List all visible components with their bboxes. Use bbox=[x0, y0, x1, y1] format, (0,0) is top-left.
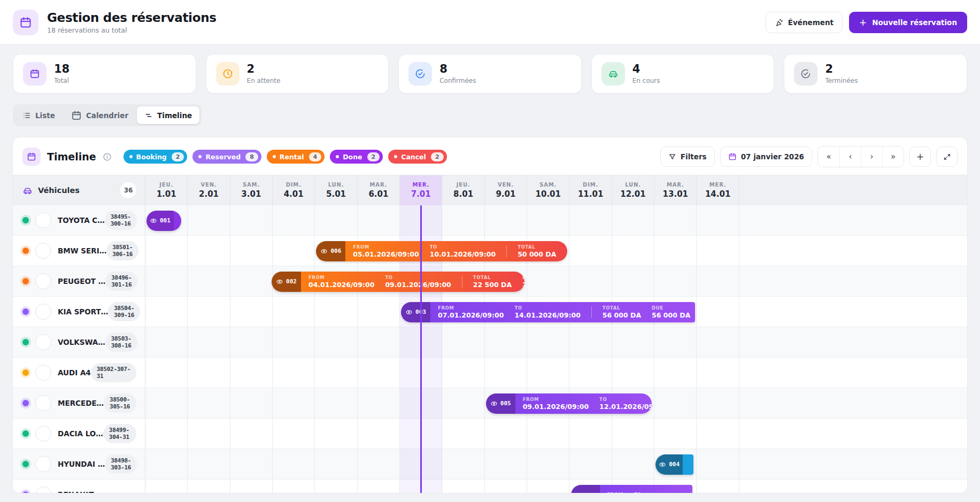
grid-cell[interactable] bbox=[145, 297, 188, 327]
grid-cell[interactable] bbox=[612, 205, 654, 235]
grid-cell[interactable] bbox=[230, 480, 273, 493]
grid-cell[interactable] bbox=[485, 327, 527, 357]
grid-cell[interactable] bbox=[612, 449, 654, 479]
grid-cell[interactable] bbox=[145, 358, 188, 388]
grid-cell[interactable] bbox=[654, 388, 697, 418]
grid-cell[interactable] bbox=[230, 297, 273, 327]
grid-cell[interactable] bbox=[697, 358, 739, 388]
grid-cell[interactable] bbox=[230, 266, 273, 296]
grid-cell[interactable] bbox=[697, 388, 739, 418]
grid-cell[interactable] bbox=[358, 205, 400, 235]
grid-cell[interactable] bbox=[188, 388, 230, 418]
grid-cell[interactable] bbox=[697, 327, 739, 357]
grid-cell[interactable] bbox=[188, 297, 230, 327]
vehicle-avatar-circle[interactable] bbox=[35, 334, 51, 350]
grid-cell[interactable] bbox=[442, 388, 484, 418]
vehicle-avatar-circle[interactable] bbox=[35, 304, 51, 320]
grid-cell[interactable] bbox=[569, 327, 612, 357]
grid-cell[interactable] bbox=[400, 205, 442, 235]
grid-cell[interactable] bbox=[527, 205, 569, 235]
vehicle-avatar-circle[interactable] bbox=[35, 486, 51, 493]
grid-cell[interactable] bbox=[230, 419, 273, 449]
grid-cell[interactable] bbox=[442, 419, 484, 449]
grid-cell[interactable] bbox=[188, 480, 230, 493]
grid-cell[interactable] bbox=[400, 419, 442, 449]
grid-cell[interactable] bbox=[358, 297, 400, 327]
grid-cell[interactable] bbox=[230, 236, 273, 266]
grid-cell[interactable] bbox=[315, 297, 357, 327]
grid-cell[interactable] bbox=[358, 480, 400, 493]
grid-cell[interactable] bbox=[145, 449, 188, 479]
legend-done[interactable]: Done 2 bbox=[330, 150, 383, 164]
vehicle-avatar-circle[interactable] bbox=[35, 212, 51, 228]
grid-cell[interactable] bbox=[188, 419, 230, 449]
grid-cell[interactable] bbox=[654, 266, 697, 296]
grid-cell[interactable] bbox=[569, 236, 612, 266]
grid-cell[interactable] bbox=[315, 358, 357, 388]
grid-cell[interactable] bbox=[612, 358, 654, 388]
grid-cell[interactable] bbox=[188, 266, 230, 296]
grid-cell[interactable] bbox=[612, 327, 654, 357]
grid-cell[interactable] bbox=[527, 480, 569, 493]
nav-last-button[interactable]: » bbox=[882, 146, 904, 167]
info-icon[interactable] bbox=[103, 152, 112, 161]
reservation-bar-001[interactable]: 001 bbox=[146, 211, 181, 231]
vehicle-avatar-circle[interactable] bbox=[35, 395, 51, 411]
grid-cell[interactable] bbox=[273, 388, 315, 418]
grid-cell[interactable] bbox=[230, 327, 273, 357]
grid-cell[interactable] bbox=[358, 327, 400, 357]
grid-cell[interactable] bbox=[315, 327, 357, 357]
grid-cell[interactable] bbox=[145, 480, 188, 493]
grid-cell[interactable] bbox=[569, 358, 612, 388]
legend-booking[interactable]: Booking 2 bbox=[124, 150, 188, 164]
grid-cell[interactable] bbox=[612, 236, 654, 266]
grid-cell[interactable] bbox=[145, 388, 188, 418]
grid-cell[interactable] bbox=[527, 449, 569, 479]
grid-cell[interactable] bbox=[654, 419, 697, 449]
grid-cell[interactable] bbox=[569, 266, 612, 296]
grid-cell[interactable] bbox=[442, 327, 484, 357]
grid-cell[interactable] bbox=[230, 449, 273, 479]
grid-cell[interactable] bbox=[273, 419, 315, 449]
vehicle-avatar-circle[interactable] bbox=[35, 273, 51, 289]
grid-cell[interactable] bbox=[273, 327, 315, 357]
grid-cell[interactable] bbox=[358, 449, 400, 479]
nav-next-button[interactable]: › bbox=[861, 146, 882, 167]
grid-cell[interactable] bbox=[442, 358, 484, 388]
grid-cell[interactable] bbox=[527, 358, 569, 388]
reservation-bar-004[interactable]: 004 bbox=[655, 454, 693, 475]
grid-cell[interactable] bbox=[400, 449, 442, 479]
tab-calendrier[interactable]: Calendrier bbox=[64, 106, 136, 124]
grid-cell[interactable] bbox=[527, 266, 569, 296]
grid-cell[interactable] bbox=[485, 449, 527, 479]
grid-cell[interactable] bbox=[697, 449, 739, 479]
new-reservation-button[interactable]: + Nouvelle réservation bbox=[849, 12, 967, 33]
grid-cell[interactable] bbox=[697, 236, 739, 266]
grid-cell[interactable] bbox=[442, 205, 484, 235]
grid-cell[interactable] bbox=[273, 480, 315, 493]
grid-cell[interactable] bbox=[400, 480, 442, 493]
grid-cell[interactable] bbox=[230, 205, 273, 235]
grid-cell[interactable] bbox=[145, 327, 188, 357]
vehicle-avatar-circle[interactable] bbox=[35, 426, 51, 442]
grid-cell[interactable] bbox=[145, 266, 188, 296]
grid-cell[interactable] bbox=[188, 205, 230, 235]
tab-timeline[interactable]: Timeline bbox=[137, 106, 199, 124]
reservation-bar-005[interactable]: 005FROM09.01.2026/09:00TO12.01.2026/09:0… bbox=[486, 393, 652, 414]
grid-cell[interactable] bbox=[145, 236, 188, 266]
grid-cell[interactable] bbox=[358, 358, 400, 388]
zoom-add-button[interactable]: + bbox=[909, 146, 931, 167]
grid-cell[interactable] bbox=[230, 388, 273, 418]
grid-cell[interactable] bbox=[315, 205, 357, 235]
grid-cell[interactable] bbox=[400, 358, 442, 388]
legend-reserved[interactable]: Reserved 8 bbox=[192, 150, 261, 164]
grid-cell[interactable] bbox=[569, 419, 612, 449]
grid-cell[interactable] bbox=[442, 480, 484, 493]
grid-cell[interactable] bbox=[315, 480, 357, 493]
grid-cell[interactable] bbox=[654, 236, 697, 266]
grid-cell[interactable] bbox=[273, 297, 315, 327]
grid-cell[interactable] bbox=[273, 236, 315, 266]
date-picker-button[interactable]: 07 janvier 2026 bbox=[720, 146, 812, 167]
vehicle-avatar-circle[interactable] bbox=[35, 456, 51, 472]
expand-button[interactable] bbox=[936, 146, 958, 167]
